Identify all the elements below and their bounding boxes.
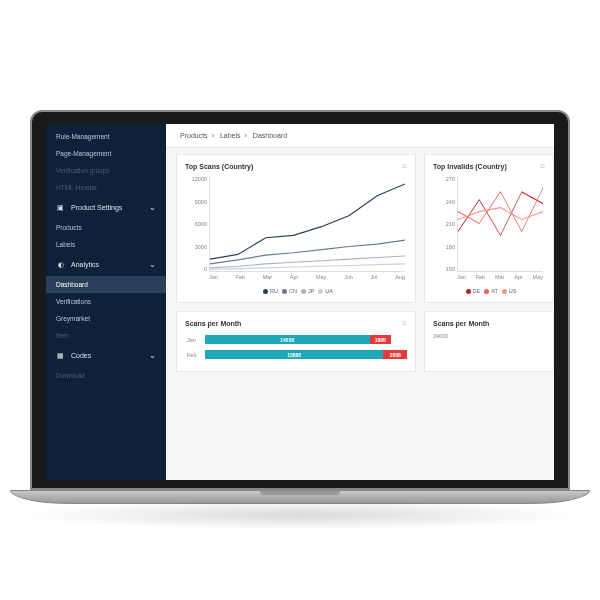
chevron-down-icon: ⌄	[149, 351, 156, 360]
sidebar-section-product-settings[interactable]: ▣ Product Settings ⌄	[46, 196, 166, 219]
breadcrumb-item[interactable]: Dashboard	[253, 132, 287, 139]
sidebar-item-verification-groups[interactable]: Verification groups	[46, 162, 166, 179]
sidebar: Rule-Management Page-Management Verifica…	[46, 124, 166, 480]
card-menu-icon[interactable]: ≡	[540, 161, 545, 171]
sidebar-item-products[interactable]: Products	[46, 219, 166, 236]
sidebar-item-rule-management[interactable]: Rule-Management	[46, 128, 166, 145]
main-content: Products› Labels› Dashboard ≡ Top Scans …	[166, 124, 554, 480]
card-menu-icon[interactable]: ≡	[402, 161, 407, 171]
chevron-down-icon: ⌄	[149, 203, 156, 212]
sidebar-item-html-header[interactable]: HTML-Header	[46, 179, 166, 196]
sidebar-item-dashboard[interactable]: Dashboard	[46, 276, 166, 293]
chart-legend: DEATUS	[433, 288, 545, 294]
y-tick: 24000	[433, 333, 545, 339]
sidebar-section-label: Codes	[71, 352, 91, 359]
card-title: Scans per Month	[185, 320, 407, 327]
app-screen: Rule-Management Page-Management Verifica…	[46, 124, 554, 480]
qr-icon: ▦	[56, 351, 65, 360]
card-scans-per-month-bars: ≡ Scans per Month Jan146501899Feb1588820…	[176, 311, 416, 372]
card-title: Top Invalids (Country)	[433, 163, 545, 170]
sidebar-item-download[interactable]: Download	[46, 367, 166, 384]
pie-icon: ◐	[56, 260, 65, 269]
card-title: Scans per Month	[433, 320, 545, 327]
breadcrumb-item[interactable]: Labels	[220, 132, 241, 139]
sidebar-item-greymarket[interactable]: Greymarket	[46, 310, 166, 327]
box-icon: ▣	[56, 203, 65, 212]
chart-top-scans: 120009000600030000 JanFebMarAprMayJunJul…	[185, 176, 407, 286]
sidebar-item-page-management[interactable]: Page-Management	[46, 145, 166, 162]
card-menu-icon[interactable]: ≡	[402, 318, 407, 328]
card-scans-per-month-line: Scans per Month 24000	[424, 311, 554, 372]
sidebar-item-labels[interactable]: Labels	[46, 236, 166, 253]
breadcrumb-item[interactable]: Products	[180, 132, 208, 139]
card-title: Top Scans (Country)	[185, 163, 407, 170]
chart-top-invalids: 270240210180150 JanFebMarAprMay	[433, 176, 545, 286]
card-top-scans: ≡ Top Scans (Country) 120009000600030000…	[176, 154, 416, 303]
laptop-shadow	[20, 500, 580, 530]
chevron-down-icon: ⌄	[149, 260, 156, 269]
sidebar-section-label: Analytics	[71, 261, 99, 268]
sidebar-item-item[interactable]: Item	[46, 327, 166, 344]
chart-scans-bars: Jan146501899Feb158882098	[185, 333, 407, 361]
card-top-invalids: ≡ Top Invalids (Country) 270240210180150…	[424, 154, 554, 303]
sidebar-section-label: Product Settings	[71, 204, 122, 211]
sidebar-section-analytics[interactable]: ◐ Analytics ⌄	[46, 253, 166, 276]
chart-legend: RUCNJPUA	[185, 288, 407, 294]
sidebar-section-codes[interactable]: ▦ Codes ⌄	[46, 344, 166, 367]
breadcrumb: Products› Labels› Dashboard	[166, 124, 554, 148]
sidebar-item-verifications[interactable]: Verifications	[46, 293, 166, 310]
